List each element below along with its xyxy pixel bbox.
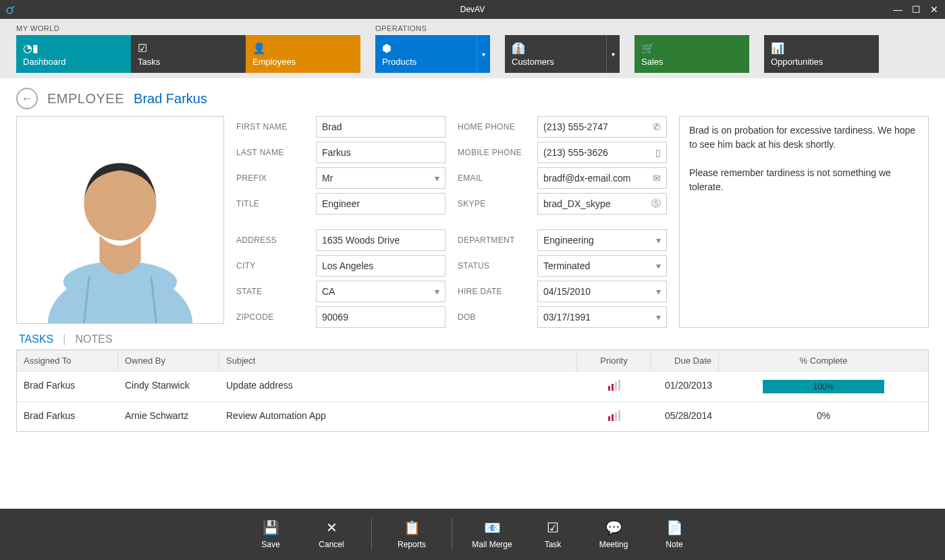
tab-tasks[interactable]: TASKS [19,333,53,345]
tab-notes[interactable]: NOTES [75,333,112,345]
note-button[interactable]: 📄Note [644,520,705,549]
chevron-down-icon: ▾ [656,312,661,323]
col-header-due[interactable]: Due Date [651,350,719,371]
col-header-assigned[interactable]: Assigned To [17,350,118,371]
email-label: EMAIL [458,173,537,183]
col-header-owned[interactable]: Owned By [118,350,219,371]
notes-panel[interactable]: Brad is on probation for excessive tardi… [679,116,929,328]
field-value: (213) 555-3626 [543,147,608,158]
save-button[interactable]: 💾Save [240,520,301,549]
page-title: Brad Farkus [134,91,207,107]
col-header-complete[interactable]: % Complete [719,350,928,371]
minimize-button[interactable]: — [893,4,902,15]
last-name-label: LAST NAME [236,148,316,157]
field-value: Brad [322,121,342,132]
phone-icon: ✆ [653,121,661,132]
nav-tile-customers[interactable]: 👔 Customers ▾ [505,35,620,73]
cell-subject: Update address [219,371,577,401]
opportunities-icon: 📊 [771,42,879,55]
table-row[interactable]: Brad FarkusCindy StanwickUpdate address0… [17,371,928,401]
meeting-button[interactable]: 💬Meeting [583,520,644,549]
mailmerge-button[interactable]: 📧Mail Merge [462,520,522,549]
nav-tile-opportunities[interactable]: 📊 Opportunities [764,35,879,73]
nav-tile-employees[interactable]: 👤 Employees [246,35,360,73]
cell-subject: Review Automation App [219,401,577,431]
cell-assigned: Brad Farkus [17,371,118,401]
chevron-down-icon: ▾ [656,235,661,246]
nav-tile-sales[interactable]: 🛒 Sales [634,35,749,73]
nav-ribbon: MY WORLD ◔▮ Dashboard ☑ Tasks 👤 Employee… [0,19,945,78]
button-label: Cancel [319,540,344,549]
skype-field[interactable]: brad_DX_skypeⓈ [537,193,667,215]
task-icon: ☑ [547,520,559,536]
hire-date-field[interactable]: 04/15/2010▾ [537,281,667,302]
close-button[interactable]: ✕ [930,4,938,15]
nav-tile-dashboard[interactable]: ◔▮ Dashboard [16,35,131,73]
button-label: Meeting [599,540,628,549]
note-icon: 📄 [666,520,683,536]
field-value: Farkus [322,147,351,158]
mobile-phone-field[interactable]: (213) 555-3626▯ [537,142,667,163]
hire-date-label: HIRE DATE [458,287,537,296]
field-value: CA [322,286,335,297]
mobile-phone-label: MOBILE PHONE [458,148,537,157]
mail-icon: ✉ [653,173,661,184]
back-button[interactable]: ← [16,88,38,109]
customers-dropdown-button[interactable]: ▾ [606,35,620,73]
cell-due: 01/20/2013 [651,371,719,401]
task-button[interactable]: ☑Task [522,520,583,549]
address-label: ADDRESS [236,235,316,245]
products-dropdown-button[interactable]: ▾ [477,35,490,73]
chevron-down-icon: ▾ [435,173,439,184]
chevron-down-icon: ▾ [656,260,661,271]
dob-field[interactable]: 03/17/1991▾ [537,306,667,328]
nav-tile-products[interactable]: ⬢ Products ▾ [375,35,490,73]
department-select[interactable]: Engineering▾ [537,229,667,251]
zipcode-label: ZIPCODE [236,312,316,322]
priority-icon [608,410,620,421]
field-value: Engineering [543,235,594,246]
mailmerge-icon: 📧 [484,520,501,536]
title-field[interactable]: Engineer [316,193,446,215]
dob-label: DOB [458,312,537,322]
button-label: Save [261,540,279,549]
nav-tile-label: Opportunities [771,57,879,67]
cell-owned: Cindy Stanwick [118,371,219,401]
table-row[interactable]: Brad FarkusArnie SchwartzReview Automati… [17,401,928,431]
cell-assigned: Brad Farkus [17,401,118,431]
field-value: Mr [322,173,333,184]
toolbar-separator [452,518,452,551]
field-value: 04/15/2010 [543,286,591,297]
skype-icon: Ⓢ [651,198,661,210]
field-value: 03/17/1991 [543,312,591,323]
priority-icon [608,380,620,391]
maximize-button[interactable]: ☐ [912,4,921,15]
col-header-subject[interactable]: Subject [219,350,577,371]
prefix-select[interactable]: Mr▾ [316,167,446,189]
status-select[interactable]: Terminated▾ [537,255,667,277]
state-select[interactable]: CA▾ [316,281,446,302]
chevron-down-icon: ▾ [656,286,661,297]
dashboard-icon: ◔▮ [23,42,131,55]
reports-button[interactable]: 📋Reports [381,520,442,549]
email-field[interactable]: bradf@dx-email.com✉ [537,167,667,189]
customers-icon: 👔 [512,42,606,55]
status-label: STATUS [458,261,537,271]
city-label: CITY [236,261,316,271]
last-name-field[interactable]: Farkus [316,142,446,163]
field-value: Terminated [543,260,590,271]
cancel-button[interactable]: ✕Cancel [301,520,362,549]
employees-icon: 👤 [252,42,360,55]
reports-icon: 📋 [404,520,421,536]
col-header-priority[interactable]: Priority [577,350,651,371]
zipcode-field[interactable]: 90069 [316,306,446,328]
city-field[interactable]: Los Angeles [316,255,446,277]
home-phone-field[interactable]: (213) 555-2747✆ [537,116,667,138]
window-title: DevAV [460,5,485,14]
first-name-field[interactable]: Brad [316,116,446,138]
progress-text: 0% [817,410,830,421]
address-field[interactable]: 1635 Woods Drive [316,229,446,251]
button-label: Mail Merge [472,540,512,549]
nav-tile-tasks[interactable]: ☑ Tasks [131,35,246,73]
notes-paragraph: Brad is on probation for excessive tardi… [689,123,919,152]
